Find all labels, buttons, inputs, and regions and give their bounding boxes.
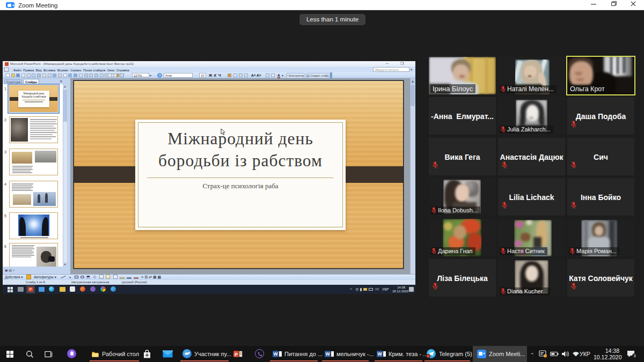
svg-text:P: P <box>235 352 238 357</box>
